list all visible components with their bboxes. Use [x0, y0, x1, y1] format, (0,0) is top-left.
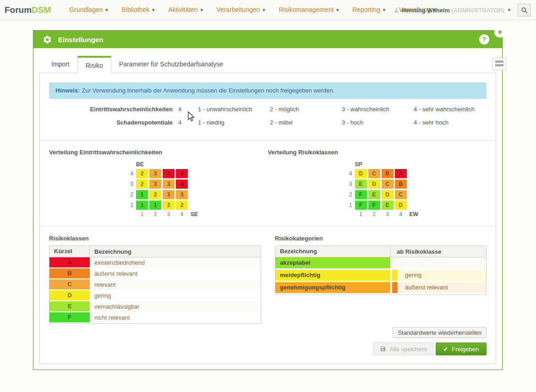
- risikokategorien-table: Bezeichnung ab Risikoklasse akzeptabelme…: [275, 245, 487, 295]
- matrix-cell: 4: [176, 169, 188, 178]
- y-tick: 2: [126, 191, 133, 198]
- bezeichnung-cell[interactable]: existenzbedrohend: [90, 257, 261, 268]
- x-axis-label: SE: [191, 211, 198, 218]
- tab-content-risiko: Hinweis:Zur Verwendung innerhalb der Anw…: [39, 73, 496, 364]
- nav-item-aktivit-ten[interactable]: Aktivitäten▼: [162, 0, 210, 20]
- chevron-down-icon: ▼: [382, 8, 386, 12]
- x-tick: 1: [355, 211, 367, 218]
- bezeichnung-cell[interactable]: vernachlässigbar: [90, 301, 261, 312]
- nav-item-grundlagen[interactable]: Grundlagen▼: [63, 0, 115, 20]
- ab-risikoklasse-cell[interactable]: äußerst relevant: [399, 282, 486, 293]
- settings-value[interactable]: 4: [178, 106, 198, 113]
- check-icon: ✔: [443, 346, 448, 353]
- restore-defaults-button[interactable]: Standardwerte wiederherstellen: [393, 327, 487, 338]
- table-row-meldepflichtig: meldepflichtiggering: [275, 270, 486, 281]
- kuerzel-cell: E: [49, 301, 90, 312]
- kategorie-cell[interactable]: genehmigungspflichtig: [275, 282, 390, 293]
- y-axis-label: BE: [136, 161, 268, 168]
- user-name: Henning Wilhelm: [402, 7, 450, 14]
- nav-item-label: Reporting: [352, 6, 380, 13]
- risk-matrix: BE423443233421233111221234SE: [126, 161, 268, 218]
- nav-item-reporting[interactable]: Reporting▼: [346, 0, 393, 20]
- settings-option: 1 - unwahrscheinlich: [198, 106, 270, 113]
- matrix-row: 42344: [126, 169, 268, 178]
- app-logo[interactable]: ForumDSM: [5, 5, 51, 15]
- x-tick: 4: [395, 211, 407, 218]
- risikokategorien-title: Risikokategorien: [275, 235, 487, 242]
- risikoklassen-section: Risikoklassen Kürzel Bezeichnung Aexiste…: [49, 235, 261, 324]
- matrix-cell: 3: [163, 190, 175, 199]
- search-button[interactable]: [518, 4, 531, 16]
- matrix-cell: B: [382, 169, 394, 178]
- main-menu: Grundlagen▼Bibliothek▼Aktivitäten▼Verarb…: [63, 0, 443, 20]
- tab-import[interactable]: Import: [44, 55, 77, 73]
- user-menu[interactable]: Henning Wilhelm (ADMINISTRATOR) ▼: [394, 0, 511, 20]
- help-icon[interactable]: ?: [479, 34, 489, 44]
- bezeichnung-cell[interactable]: äußerst relevant: [90, 268, 261, 279]
- settings-value[interactable]: 4: [178, 119, 198, 126]
- nav-item-label: Verarbeitungen: [217, 6, 260, 13]
- settings-row-schadenspotentiale: Schadenspotentiale41 - niedrig2 - mittel…: [49, 116, 487, 129]
- release-button[interactable]: ✔ Freigeben: [436, 343, 487, 355]
- y-tick: 4: [126, 170, 133, 177]
- matrix-cell: 4: [163, 169, 175, 178]
- risikoklassen-header: Kürzel Bezeichnung: [49, 246, 261, 257]
- col-header-ab-risikoklasse: ab Risikoklasse: [390, 248, 486, 255]
- risikokategorien-body: akzeptabelmeldepflichtiggeringgenehmigun…: [275, 257, 486, 293]
- y-tick: 3: [345, 181, 352, 187]
- matrix-cell: E: [368, 190, 380, 199]
- settings-row-eintrittswahrscheinlichkeiten: Eintrittswahrscheinlichkeiten41 - unwahr…: [49, 103, 487, 116]
- list-toggle-icon[interactable]: [492, 58, 506, 70]
- matrix-cell: 2: [136, 180, 148, 189]
- kuerzel-cell: A: [49, 257, 90, 268]
- matrix-cell: D: [382, 190, 394, 199]
- bezeichnung-cell[interactable]: nicht relevant: [90, 312, 261, 323]
- matrix-cell: F: [355, 190, 367, 199]
- tab-parameter-f-r-schutzbedarfsanalyse[interactable]: Parameter für Schutzbedarfsanalyse: [111, 55, 231, 73]
- chevron-down-icon: ▼: [105, 8, 109, 12]
- action-buttons: Alle speichern ✔ Freigeben: [373, 343, 487, 355]
- matrix-row: 32334: [126, 180, 268, 189]
- tab-risiko[interactable]: Risiko: [77, 56, 111, 73]
- x-tick: 4: [176, 211, 188, 218]
- risikoklasse-chip: [392, 270, 398, 281]
- x-tick: 2: [149, 211, 161, 218]
- nav-item-bibliothek[interactable]: Bibliothek▼: [115, 0, 162, 20]
- table-row-existenzbedrohend: Aexistenzbedrohend: [49, 257, 261, 268]
- kuerzel-cell: D: [49, 290, 90, 301]
- save-all-button[interactable]: Alle speichern: [373, 343, 434, 355]
- nav-item-verarbeitungen[interactable]: Verarbeitungen▼: [210, 0, 273, 20]
- close-icon[interactable]: ✖: [494, 27, 505, 38]
- risikoklassen-table: Kürzel Bezeichnung AexistenzbedrohendBäu…: [49, 245, 261, 324]
- ab-risikoklasse-cell[interactable]: gering: [399, 270, 486, 281]
- matrix-cell: 3: [176, 190, 188, 199]
- matrix-cell: 1: [136, 201, 148, 210]
- nav-item-label: Risikomanagement: [279, 6, 334, 13]
- ab-risikoklasse-cell[interactable]: [392, 257, 486, 268]
- kategorie-cell[interactable]: meldepflichtig: [275, 270, 390, 281]
- table-row-nicht-relevant: Fnicht relevant: [49, 312, 261, 323]
- settings-option: 2 - möglich: [270, 106, 342, 113]
- notice-banner: Hinweis:Zur Verwendung innerhalb der Anw…: [49, 82, 487, 99]
- table-row-gering: Dgering: [49, 290, 261, 301]
- matrix-cell: C: [368, 169, 380, 178]
- bezeichnung-cell[interactable]: relevant: [90, 279, 261, 290]
- verteilung-risikoklassen: Verteilung RisikoklassenSP4DCBA3EDCB2FED…: [268, 149, 487, 226]
- risikoklassen-title: Risikoklassen: [49, 235, 261, 242]
- matrix-cell: C: [382, 180, 394, 189]
- risikoklassen-body: AexistenzbedrohendBäußerst relevantCrele…: [49, 257, 261, 323]
- matrix-cell: 1: [136, 190, 148, 199]
- chevron-down-icon: ▼: [335, 8, 339, 12]
- bezeichnung-cell[interactable]: gering: [90, 290, 261, 301]
- settings-label: Schadenspotentiale: [49, 119, 178, 126]
- notice-text: Zur Verwendung innerhalb der Anwendung m…: [82, 87, 334, 94]
- table-row-u-erst-relevant: Bäußerst relevant: [49, 268, 261, 279]
- settings-option: 2 - mittel: [270, 119, 342, 126]
- matrix-cell: F: [368, 201, 380, 210]
- nav-item-risikomanagement[interactable]: Risikomanagement▼: [272, 0, 346, 20]
- dialog-header: Einstellungen ?: [33, 31, 502, 48]
- matrix-cell: 3: [149, 169, 161, 178]
- matrix-cell: D: [368, 180, 380, 189]
- kategorie-cell[interactable]: akzeptabel: [275, 257, 390, 268]
- y-tick: 2: [345, 191, 352, 198]
